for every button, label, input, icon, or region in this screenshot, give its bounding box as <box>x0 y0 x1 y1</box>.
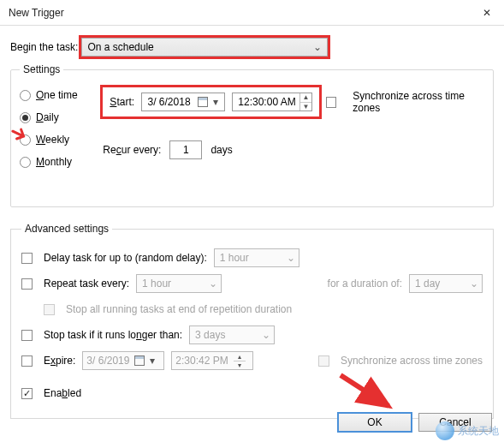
expire-checkbox[interactable] <box>21 355 33 367</box>
duration-value: 1 day <box>415 278 440 290</box>
advanced-legend: Advanced settings <box>21 223 112 235</box>
expire-date-input[interactable]: 3/ 6/2019 ▾ <box>82 351 164 370</box>
radio-monthly[interactable]: Monthly <box>20 156 96 168</box>
expire-date-value: 3/ 6/2019 <box>86 355 129 367</box>
titlebar: New Trigger ✕ <box>0 0 504 26</box>
duration-dropdown[interactable]: 1 day ⌄ <box>409 274 483 293</box>
chevron-down-icon: ⌄ <box>209 278 217 290</box>
stop-longer-dropdown[interactable]: 3 days ⌄ <box>189 326 275 344</box>
repeat-value: 1 hour <box>142 278 171 290</box>
begin-task-label: Begin the task: <box>10 41 78 53</box>
calendar-icon <box>198 97 208 107</box>
expire-time-value: 2:30:42 PM <box>175 355 228 367</box>
start-label: Start: <box>110 96 134 108</box>
watermark: 系统天地 <box>436 421 499 440</box>
radio-daily[interactable]: Daily <box>20 111 96 123</box>
chevron-down-icon: ⌄ <box>470 278 478 290</box>
start-date-value: 3/ 6/2018 <box>145 96 193 108</box>
delay-value: 1 hour <box>220 252 249 264</box>
stop-longer-value: 3 days <box>195 329 225 341</box>
calendar-icon <box>134 355 145 366</box>
stop-longer-label: Stop task if it runs longer than: <box>44 329 182 341</box>
stop-longer-checkbox[interactable] <box>21 330 33 341</box>
sync-timezones-label: Synchronize across time zones <box>353 90 484 114</box>
adv-sync-label: Synchronize across time zones <box>341 355 483 367</box>
stop-all-checkbox <box>44 304 55 315</box>
expire-label: Expire: <box>44 355 75 367</box>
close-button[interactable]: ✕ <box>470 0 504 26</box>
chevron-down-icon: ⌄ <box>287 252 295 264</box>
radio-icon <box>20 112 31 123</box>
start-time-input[interactable]: 12:30:00 AM ▲▼ <box>232 93 312 111</box>
window-title: New Trigger <box>9 7 64 19</box>
chevron-down-icon: ▾ <box>213 96 221 108</box>
expire-time-input[interactable]: 2:30:42 PM ▴▾ <box>171 351 253 370</box>
start-highlight: Start: 3/ 6/2018 ▾ 12:30:00 AM ▲▼ <box>103 87 319 116</box>
chevron-down-icon: ⌄ <box>313 41 322 53</box>
chevron-down-icon: ⌄ <box>262 329 270 341</box>
start-time-value: 12:30:00 AM <box>236 96 298 108</box>
close-icon: ✕ <box>483 7 491 19</box>
start-date-input[interactable]: 3/ 6/2018 ▾ <box>141 93 225 111</box>
chevron-down-icon: ▾ <box>150 355 157 367</box>
radio-icon <box>20 157 31 168</box>
radio-one-time[interactable]: One time <box>20 89 96 101</box>
radio-icon <box>20 90 31 101</box>
repeat-dropdown[interactable]: 1 hour ⌄ <box>136 274 222 293</box>
spinner-icon[interactable]: ▲▼ <box>299 93 311 110</box>
settings-group: Settings One time Daily Weekly Monthly <box>10 63 494 207</box>
begin-task-value: On a schedule <box>87 41 153 53</box>
enabled-checkbox[interactable] <box>21 388 33 399</box>
duration-label: for a duration of: <box>328 278 402 290</box>
globe-icon <box>436 421 454 440</box>
watermark-text: 系统天地 <box>458 424 499 439</box>
sync-timezones-checkbox[interactable] <box>326 97 336 108</box>
settings-legend: Settings <box>20 63 63 75</box>
begin-task-dropdown[interactable]: On a schedule ⌄ <box>81 38 328 57</box>
recur-value-input[interactable]: 1 <box>169 140 202 159</box>
repeat-label: Repeat task every: <box>44 278 129 290</box>
recur-unit: days <box>210 144 232 156</box>
stop-all-label: Stop all running tasks at end of repetit… <box>66 303 292 315</box>
enabled-label: Enabled <box>44 387 81 399</box>
recur-label: Recur every: <box>103 144 161 156</box>
radio-weekly[interactable]: Weekly <box>20 134 96 146</box>
delay-checkbox[interactable] <box>21 253 33 264</box>
adv-sync-checkbox <box>318 355 329 367</box>
advanced-group: Advanced settings Delay task for up to (… <box>10 223 494 419</box>
delay-dropdown[interactable]: 1 hour ⌄ <box>214 248 299 267</box>
repeat-checkbox[interactable] <box>21 278 33 290</box>
ok-button[interactable]: OK <box>338 413 412 432</box>
delay-label: Delay task for up to (random delay): <box>44 252 207 264</box>
